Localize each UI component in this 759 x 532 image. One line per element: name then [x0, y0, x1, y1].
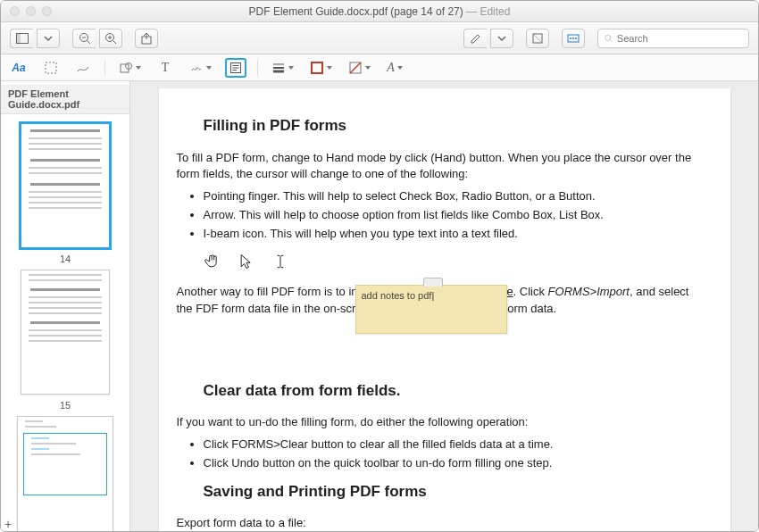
- search-icon: [604, 33, 613, 44]
- page-thumbnail[interactable]: [21, 123, 110, 248]
- paragraph: Export form data to a file:: [177, 515, 704, 532]
- zoom-window-button[interactable]: [42, 6, 52, 16]
- sticky-note-text[interactable]: add notes to pdf: [362, 290, 432, 301]
- search-input[interactable]: [617, 33, 743, 44]
- add-page-button[interactable]: +: [4, 517, 12, 531]
- thumbnail-page-number: 14: [60, 254, 71, 264]
- document-page: Filling in PDF forms To fill a PDF form,…: [159, 88, 730, 532]
- svg-line-16: [610, 39, 612, 41]
- sidebar-tab-label: PDF Element Guide.docx.pdf: [1, 85, 129, 114]
- text-format-dropdown-button[interactable]: A: [384, 58, 405, 78]
- heading: Clear data from form fields.: [204, 380, 704, 403]
- paragraph: If you want to un-do the filling form, d…: [177, 414, 704, 431]
- close-window-button[interactable]: [10, 6, 20, 16]
- text-tool-button[interactable]: T: [154, 58, 176, 78]
- title-edited: — Edited: [466, 5, 510, 18]
- sidebar-dropdown-button[interactable]: [37, 29, 60, 48]
- list-item: Arrow. This will help to choose option f…: [204, 207, 704, 224]
- sticky-note-tab[interactable]: [423, 278, 443, 287]
- heading: Saving and Printing PDF forms: [204, 481, 704, 503]
- thumbnail-sidebar[interactable]: PDF Element Guide.docx.pdf 14 15: [1, 81, 130, 532]
- page-thumbnail[interactable]: [17, 416, 113, 532]
- list-item: Click Undo button on the quick toolbar t…: [204, 455, 704, 472]
- markup-toolbar-button[interactable]: [562, 29, 585, 48]
- svg-line-29: [350, 62, 361, 73]
- border-color-dropdown-button[interactable]: [307, 58, 335, 78]
- window-controls: [1, 6, 52, 16]
- hand-cursor-icon: [204, 252, 221, 271]
- text-caret: [431, 290, 434, 301]
- paragraph: To fill a PDF form, change to Hand mode …: [177, 150, 704, 184]
- shapes-dropdown-button[interactable]: [116, 58, 144, 78]
- text-style-button[interactable]: Aa: [8, 58, 29, 78]
- svg-rect-27: [312, 62, 322, 73]
- ibeam-cursor-icon: [271, 252, 289, 271]
- svg-point-14: [575, 37, 577, 39]
- rotate-button[interactable]: [526, 29, 549, 48]
- toolbar-separator: [257, 60, 258, 76]
- document-viewport[interactable]: Filling in PDF forms To fill a PDF form,…: [130, 81, 758, 532]
- selection-tool-button[interactable]: [40, 58, 62, 78]
- list-item: I-beam icon. This will help when you typ…: [204, 226, 704, 243]
- sign-dropdown-button[interactable]: [187, 58, 214, 78]
- svg-rect-1: [16, 33, 20, 43]
- highlight-dropdown-button[interactable]: [490, 29, 513, 48]
- sketch-tool-button[interactable]: [72, 58, 94, 78]
- list-item: Pointing finger. This will help to selec…: [204, 188, 704, 205]
- search-field[interactable]: [597, 29, 749, 48]
- page-thumbnail[interactable]: [21, 270, 110, 395]
- window-titlebar: PDF Element Guide.docx.pdf (page 14 of 2…: [1, 1, 758, 22]
- share-button[interactable]: [135, 29, 158, 48]
- svg-line-3: [87, 40, 90, 44]
- minimize-window-button[interactable]: [26, 6, 36, 16]
- cursor-examples: [204, 252, 704, 271]
- arrow-cursor-icon: [238, 252, 255, 271]
- note-tool-button[interactable]: [225, 58, 246, 78]
- svg-rect-17: [46, 62, 56, 73]
- primary-toolbar: [1, 22, 758, 54]
- svg-point-13: [572, 37, 574, 39]
- zoom-out-button[interactable]: [72, 29, 96, 48]
- list-item: Click FORMS>Clear button to clear all th…: [204, 436, 704, 453]
- window-title: PDF Element Guide.docx.pdf (page 14 of 2…: [1, 5, 758, 18]
- highlight-tool-button[interactable]: [463, 29, 487, 48]
- zoom-in-button[interactable]: [99, 29, 122, 48]
- thumbnail-page-number: 15: [60, 400, 71, 411]
- sidebar-toggle-button[interactable]: [10, 29, 33, 48]
- heading: Filling in PDF forms: [204, 115, 704, 137]
- svg-point-15: [605, 35, 611, 40]
- svg-line-6: [113, 40, 117, 44]
- line-style-dropdown-button[interactable]: [269, 58, 296, 78]
- toolbar-separator: [104, 60, 105, 76]
- fill-color-dropdown-button[interactable]: [346, 58, 373, 78]
- title-filename: PDF Element Guide.docx.pdf: [249, 5, 388, 18]
- svg-rect-18: [121, 64, 129, 72]
- markup-toolbar: Aa T A: [1, 54, 758, 81]
- title-pageinfo: (page 14 of 27): [390, 5, 463, 18]
- sticky-note[interactable]: add notes to pdf: [355, 285, 507, 334]
- svg-point-12: [570, 37, 571, 39]
